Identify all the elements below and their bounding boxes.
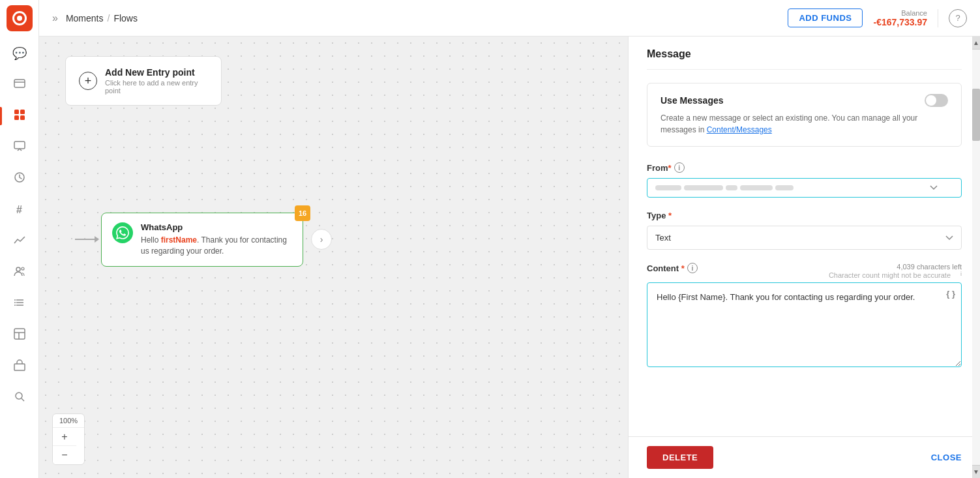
sidebar-item-tags[interactable]: # xyxy=(5,196,34,224)
sidebar-item-automations[interactable] xyxy=(5,164,34,193)
sidebar-item-analytics[interactable] xyxy=(5,227,34,256)
scroll-arrow-top[interactable]: ▲ xyxy=(972,37,980,50)
svg-rect-5 xyxy=(14,142,25,149)
breadcrumb-separator: / xyxy=(107,13,110,23)
topbar: » Moments / Flows ADD FUNDS Balance -€16… xyxy=(39,0,980,37)
node-firstname: firstName xyxy=(161,235,197,245)
whatsapp-icon xyxy=(112,222,133,243)
node-content: WhatsApp Hello firstName. Thank you for … xyxy=(141,222,292,257)
content-textarea[interactable]: Hello {First Name}. Thank you for contac… xyxy=(647,282,962,367)
from-dot-3 xyxy=(726,185,737,190)
audience-icon xyxy=(13,265,26,281)
svg-point-19 xyxy=(16,393,22,399)
use-messages-desc-text: Create a new message or select an existi… xyxy=(661,113,917,134)
from-chevron-icon xyxy=(930,185,938,190)
from-dot-2 xyxy=(684,185,723,190)
entry-point-card[interactable]: + Add New Entry point Click here to add … xyxy=(65,56,222,106)
divider xyxy=(938,9,938,27)
sidebar-item-flows[interactable] xyxy=(5,102,34,130)
sidebar-item-search[interactable] xyxy=(5,383,34,412)
add-funds-button[interactable]: ADD FUNDS xyxy=(788,8,863,27)
sidebar-item-inbox[interactable] xyxy=(5,70,34,99)
panel-section-title: Message xyxy=(647,37,962,70)
zoom-controls: 100% + − xyxy=(52,413,85,465)
svg-point-7 xyxy=(16,267,20,271)
node-title: WhatsApp xyxy=(141,222,292,232)
zoom-out-button[interactable]: − xyxy=(53,446,76,464)
canvas-area: + Add New Entry point Click here to add … xyxy=(39,37,980,478)
svg-rect-3 xyxy=(14,115,19,120)
sidebar: 💬 # xyxy=(0,0,39,478)
node-badge: 16 xyxy=(295,205,310,221)
content-field-label: Content * i xyxy=(647,263,698,273)
from-info-icon[interactable]: i xyxy=(674,162,685,173)
svg-rect-1 xyxy=(14,110,19,114)
svg-rect-2 xyxy=(20,110,25,114)
store-icon xyxy=(13,359,26,375)
panel-scroll[interactable]: Message Use Messages Create a new messag… xyxy=(629,37,980,436)
type-label-text: Type * xyxy=(647,211,672,220)
node-body: Hello firstName. Thank you for contactin… xyxy=(141,235,292,257)
breadcrumb: Moments / Flows xyxy=(66,13,138,23)
sidebar-item-messages[interactable] xyxy=(5,133,34,162)
chars-warning: Character count might not be accurate i xyxy=(829,271,962,280)
entry-point-subtitle: Click here to add a new entry point xyxy=(105,79,208,95)
svg-rect-0 xyxy=(14,80,25,87)
sidebar-item-store[interactable] xyxy=(5,352,34,381)
balance-value: -€167,733.97 xyxy=(873,17,927,27)
messages-icon xyxy=(13,140,26,156)
type-select[interactable]: Text Image Video Audio Document xyxy=(647,226,962,250)
use-messages-header: Use Messages xyxy=(661,94,948,107)
from-select-dots xyxy=(655,185,794,190)
delete-button[interactable]: DELETE xyxy=(647,446,713,469)
node-body-prefix: Hello xyxy=(141,235,161,245)
sidebar-item-lists[interactable] xyxy=(5,290,34,318)
sidebar-item-chat[interactable]: 💬 xyxy=(5,39,34,68)
chars-warning-icon[interactable]: i xyxy=(953,271,962,280)
content-header: Content * i 4,039 characters left Charac… xyxy=(647,263,962,280)
analytics-icon xyxy=(13,233,26,250)
content-section: Content * i 4,039 characters left Charac… xyxy=(647,263,962,370)
content-chars-info: 4,039 characters left Character count mi… xyxy=(829,263,962,280)
scroll-arrow-bottom[interactable]: ▼ xyxy=(972,465,980,478)
chars-warning-text: Character count might not be accurate xyxy=(829,271,951,279)
flows-icon xyxy=(13,108,26,125)
content-info-icon[interactable]: i xyxy=(687,263,698,273)
from-dot-5 xyxy=(775,185,794,190)
from-select[interactable] xyxy=(647,178,962,198)
close-button[interactable]: CLOSE xyxy=(931,453,962,462)
canvas[interactable]: + Add New Entry point Click here to add … xyxy=(39,37,628,478)
chat-icon: 💬 xyxy=(12,46,27,61)
type-field-label: Type * xyxy=(647,211,962,220)
svg-rect-18 xyxy=(14,364,25,370)
svg-line-20 xyxy=(22,398,24,401)
breadcrumb-parent[interactable]: Moments xyxy=(66,13,104,23)
zoom-in-button[interactable]: + xyxy=(53,428,76,446)
use-messages-title: Use Messages xyxy=(661,95,724,106)
templates-icon xyxy=(13,327,26,344)
content-textarea-wrapper: Hello {First Name}. Thank you for contac… xyxy=(647,282,962,370)
curly-bracket-button[interactable]: { } xyxy=(946,289,955,299)
svg-point-14 xyxy=(14,305,16,306)
scroll-thumb[interactable] xyxy=(972,89,980,141)
balance-block: Balance -€167,733.97 xyxy=(873,9,927,27)
whatsapp-node[interactable]: 16 WhatsApp Hello firstName. Thank you f… xyxy=(101,213,303,267)
topbar-right: ADD FUNDS Balance -€167,733.97 ? xyxy=(788,8,967,27)
entry-point-plus-icon: + xyxy=(79,72,97,90)
from-dot-1 xyxy=(655,185,681,190)
node-arrow-right[interactable]: › xyxy=(311,229,332,250)
scroll-track xyxy=(972,50,980,465)
expand-icon[interactable]: » xyxy=(52,12,58,24)
svg-point-8 xyxy=(22,267,24,270)
from-field-label: From* i xyxy=(647,162,962,173)
node-card: 16 WhatsApp Hello firstName. Thank you f… xyxy=(101,213,303,267)
use-messages-toggle[interactable] xyxy=(925,94,948,107)
app-logo[interactable] xyxy=(7,5,33,31)
use-messages-link[interactable]: Content/Messages xyxy=(707,125,772,134)
panel-footer: DELETE CLOSE xyxy=(629,436,980,478)
search-icon xyxy=(13,390,26,406)
sidebar-item-templates[interactable] xyxy=(5,321,34,350)
svg-point-12 xyxy=(14,299,16,301)
sidebar-item-audience[interactable] xyxy=(5,258,34,287)
help-button[interactable]: ? xyxy=(949,9,967,27)
